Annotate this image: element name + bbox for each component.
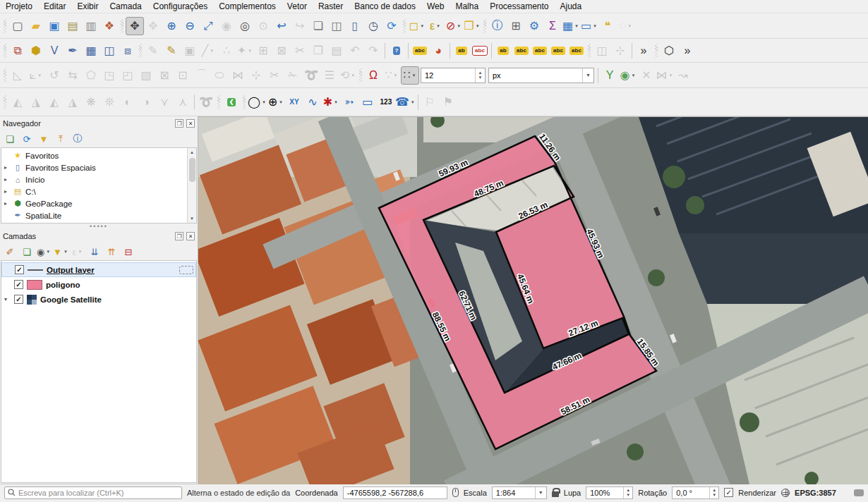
layers-float-button[interactable]: ❐ <box>175 232 183 240</box>
mouse-extent-icon[interactable] <box>452 488 459 497</box>
map-canvas[interactable]: 59.93 m11.26 m48.75 m26.53 m45.93 m45.64… <box>198 116 868 484</box>
tracing-icon[interactable]: ◉▾ <box>619 66 637 85</box>
browser-item-in-cio[interactable]: ▸⌂Início <box>1 173 187 185</box>
open-attribute-table-icon[interactable]: ▦▾ <box>562 17 580 35</box>
chevron-down-icon[interactable]: ▼ <box>535 487 546 498</box>
enable-snapping-icon[interactable]: Ω <box>364 66 382 85</box>
snapping-tolerance[interactable]: 12▲▼ <box>421 68 486 83</box>
show-hide-labels-icon[interactable]: abc <box>512 42 531 60</box>
collapse-all-icon[interactable]: ⇈ <box>104 244 119 259</box>
move-label-icon[interactable]: abc <box>531 42 549 60</box>
expand-all-icon[interactable]: ⇊ <box>87 244 102 259</box>
scroll-up-icon[interactable]: ▲ <box>190 148 194 157</box>
self-snapping-icon[interactable]: ∷▾ <box>401 66 419 85</box>
layer-item-output-layer[interactable]: ✓Output layer <box>1 262 196 277</box>
remove-layer-icon[interactable]: ⊟ <box>121 244 136 259</box>
manage-map-themes-icon[interactable]: ◉▾ <box>36 244 52 259</box>
save-project-icon[interactable]: ▣ <box>45 17 64 35</box>
deselect-all-icon[interactable]: ⊘▾ <box>445 17 463 35</box>
add-group-icon[interactable]: ❏ <box>19 244 35 259</box>
menu-editar[interactable]: Editar <box>38 0 71 13</box>
show-spatial-bookmarks-icon[interactable]: ▯ <box>346 17 364 35</box>
rotation-spinbox[interactable]: 0,0 ° ▲▼ <box>672 486 719 499</box>
menu-complementos[interactable]: Complementos <box>213 0 282 13</box>
zoom-last-icon[interactable]: ↩ <box>272 17 291 35</box>
browser-scrollbar[interactable]: ▲ ▼ <box>187 148 196 223</box>
layer-diagram-options-icon[interactable]: ◕ <box>429 42 447 60</box>
layers-close-button[interactable]: ✕ <box>186 232 195 240</box>
menu-web[interactable]: Web <box>421 0 450 13</box>
open-project-icon[interactable]: ▰ <box>27 17 45 35</box>
style-manager-icon[interactable]: ❖ <box>100 17 119 35</box>
menu-banco-de-dados[interactable]: Banco de dados <box>349 0 421 13</box>
scale-combobox[interactable]: 1:864 ▼ <box>492 486 547 499</box>
menu-raster[interactable]: Raster <box>313 0 349 13</box>
layer-labeling-options-icon[interactable]: abc <box>411 42 429 60</box>
new-print-layout-icon[interactable]: ▤ <box>64 17 82 35</box>
select-features-icon[interactable]: ◻▾ <box>408 17 426 35</box>
show-statistics-icon[interactable]: Σ <box>543 17 562 35</box>
toolbar-overflow-2-icon[interactable]: » <box>678 42 697 60</box>
statistical-summary-icon[interactable]: ⊞ <box>507 17 525 35</box>
memory-layer-badge[interactable] <box>179 266 193 274</box>
toggle-editing-icon[interactable]: ✎ <box>162 42 181 60</box>
magnifier-spinbox[interactable]: 100% ▲▼ <box>586 486 633 499</box>
show-layout-manager-icon[interactable]: ▥ <box>82 17 100 35</box>
browser-collapse-all-icon[interactable]: ⤒ <box>53 131 68 147</box>
temporal-controller-icon[interactable]: ◷ <box>364 17 382 35</box>
add-wms-layer-icon[interactable]: ◫ <box>100 42 119 60</box>
browser-refresh-icon[interactable]: ⟳ <box>19 131 35 147</box>
open-data-source-manager-icon[interactable]: ⧉ <box>8 42 27 60</box>
refresh-map-icon[interactable]: ⟳ <box>382 17 401 35</box>
layer-item-poligono[interactable]: ✓poligono <box>1 277 196 292</box>
help-contents-icon[interactable]: ? <box>387 42 406 60</box>
measure-line-plugin-icon[interactable]: ▭ <box>358 93 377 111</box>
snapping-unit[interactable]: px▼ <box>488 68 594 83</box>
numbering-tool-icon[interactable]: 123 <box>377 93 395 111</box>
open-layer-styling-icon[interactable]: ✐ <box>2 244 18 259</box>
topological-editing-icon[interactable]: Y <box>601 66 619 85</box>
map-tips-icon[interactable]: ❝ <box>598 17 617 35</box>
share-plugin-icon[interactable]: ❮ <box>222 93 241 111</box>
messages-icon[interactable] <box>854 489 864 496</box>
zoom-to-layer-icon[interactable]: ◎ <box>236 17 254 35</box>
zoom-full-icon[interactable]: ⤢ <box>199 17 217 35</box>
menu-camada[interactable]: Camada <box>104 0 147 13</box>
zoom-in-icon[interactable]: ⊕ <box>162 17 181 35</box>
menu-malha[interactable]: Malha <box>450 0 484 13</box>
azimuth-arrow-tool-icon[interactable]: ➳ <box>340 93 358 111</box>
browser-add-layer-icon[interactable]: ❏ <box>2 131 18 147</box>
layer-item-google-satellite[interactable]: ▾✓Google Satellite <box>1 292 196 307</box>
crs-status[interactable]: EPSG:3857 <box>795 489 836 497</box>
scroll-down-icon[interactable]: ▼ <box>190 214 194 223</box>
locator-input[interactable]: Escreva para localizar (Ctrl+K) <box>4 486 182 499</box>
add-mesh-layer-icon[interactable]: ▦ <box>82 42 100 60</box>
circle-digitize-tool-icon[interactable]: ◯▾ <box>248 93 267 111</box>
layer-checkbox[interactable]: ✓ <box>15 265 24 274</box>
menu-processamento[interactable]: Processamento <box>484 0 554 13</box>
browser-properties-icon[interactable]: ⓘ <box>70 131 85 147</box>
intersection-point-tool-icon[interactable]: ✱▾ <box>322 93 340 111</box>
browser-float-button[interactable]: ❐ <box>175 119 183 128</box>
add-virtual-layer-icon[interactable]: ⧈ <box>119 42 137 60</box>
select-by-location-icon[interactable]: ❐▾ <box>463 17 481 35</box>
render-checkbox[interactable]: ✓ <box>724 488 733 497</box>
processing-toolbox-icon[interactable]: ⚙ <box>525 17 543 35</box>
browser-item-geopackage[interactable]: ▸⬢GeoPackage <box>1 197 187 209</box>
new-3d-map-view-icon[interactable]: ◫ <box>327 17 346 35</box>
xy-coordinate-tool-icon[interactable]: XY <box>285 93 303 111</box>
handset-tool-icon[interactable]: ☎▾ <box>395 93 416 111</box>
pin-unpin-labels-icon[interactable]: ab <box>494 42 512 60</box>
pin-labels-icon[interactable]: ab <box>452 42 471 60</box>
target-center-tool-icon[interactable]: ⊕▾ <box>267 93 285 111</box>
browser-item-c-[interactable]: ▸▤C:\ <box>1 185 187 197</box>
add-spatialite-layer-icon[interactable]: ✒ <box>64 42 82 60</box>
toolbar-overflow-icon[interactable]: » <box>634 42 653 60</box>
scale-lock-icon[interactable] <box>552 491 559 497</box>
rotate-label-icon[interactable]: abc <box>549 42 567 60</box>
menu-exibir[interactable]: Exibir <box>71 0 104 13</box>
identify-features-icon[interactable]: ⓘ <box>488 17 507 35</box>
browser-item-favoritos-espaciais[interactable]: ▸▯Favoritos Espaciais <box>1 161 187 173</box>
browser-close-button[interactable]: ✕ <box>186 119 195 128</box>
new-project-icon[interactable]: ▢ <box>8 17 27 35</box>
